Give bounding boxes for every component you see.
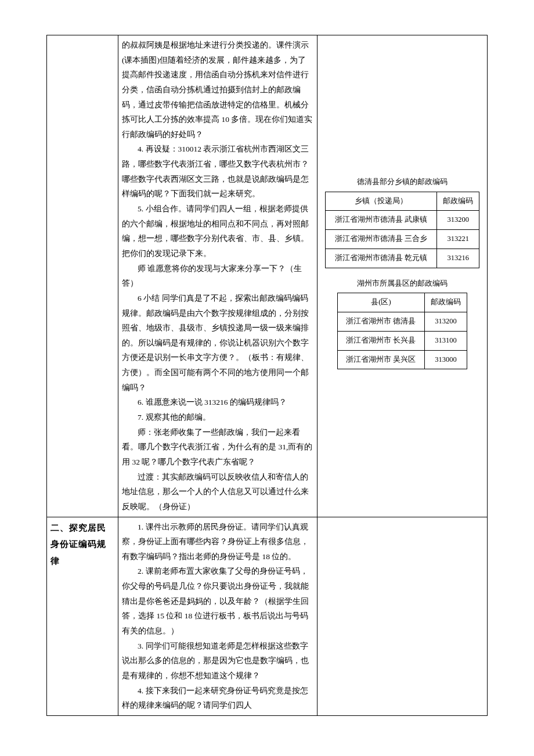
paragraph: 4. 接下来我们一起来研究身份证号码究竟是按怎样的规律来编码的呢？请同学们四人 xyxy=(122,683,313,713)
td: 313200 xyxy=(437,211,479,230)
inner-table-title-2: 湖州市所属县区的邮政编码 xyxy=(321,276,484,291)
table-row: 二、探究居民身份证编码规律 1. 课件出示教师的居民身份证。请同学们认真观察，身… xyxy=(47,517,488,715)
paragraph: 过渡：其实邮政编码可以反映收信人和寄信人的地址信息，那么一个人的个人信息又可以通… xyxy=(122,470,313,514)
td: 浙江省湖州市 德清县 xyxy=(338,312,425,332)
side-cell-2 xyxy=(317,517,488,715)
side-cell-1: 德清县部分乡镇的邮政编码 乡镇（投递局） 邮政编码 浙江省湖州市德清县 武康镇 … xyxy=(317,35,488,517)
th: 邮政编码 xyxy=(424,293,467,312)
td: 浙江省湖州市德清县 乾元镇 xyxy=(326,249,437,268)
paragraph: 的叔叔阿姨是根据地址来进行分类投递的。课件演示(课本插图)但随着经济的发展，邮件… xyxy=(122,38,313,142)
th: 邮政编码 xyxy=(437,192,479,211)
td: 浙江省湖州市 长兴县 xyxy=(338,331,425,350)
paragraph: 6 小结 同学们真是了不起，探索出邮政编码编码规律。邮政编码是由六个数字按规律组… xyxy=(122,291,313,395)
paragraph: 6. 谁愿意来说一说 313216 的编码规律吗？ xyxy=(122,395,313,410)
lesson-plan-table: 的叔叔阿姨是根据地址来进行分类投递的。课件演示(课本插图)但随着经济的发展，邮件… xyxy=(46,35,488,716)
postal-table-1: 乡镇（投递局） 邮政编码 浙江省湖州市德清县 武康镇 313200 浙江省湖州市… xyxy=(325,192,479,268)
paragraph: 2. 课前老师布置大家收集了父母的身份证号码，你父母的号码是几位？你只要说出身份… xyxy=(122,564,313,638)
content-cell-1: 的叔叔阿姨是根据地址来进行分类投递的。课件演示(课本插图)但随着经济的发展，邮件… xyxy=(118,35,317,517)
td: 313216 xyxy=(437,249,479,268)
td: 313200 xyxy=(424,312,467,332)
table-row: 的叔叔阿姨是根据地址来进行分类投递的。课件演示(课本插图)但随着经济的发展，邮件… xyxy=(47,35,488,517)
paragraph: 1. 课件出示教师的居民身份证。请同学们认真观察，身份证上面有哪些内容？身份证上… xyxy=(122,520,313,564)
inner-table-title-1: 德清县部分乡镇的邮政编码 xyxy=(321,175,484,189)
td: 313100 xyxy=(424,331,467,350)
section-title-cell-1 xyxy=(47,35,118,517)
section-title-cell-2: 二、探究居民身份证编码规律 xyxy=(47,517,118,715)
td: 浙江省湖州市德清县 武康镇 xyxy=(326,211,437,230)
td: 313221 xyxy=(437,230,479,249)
paragraph: 7. 观察其他的邮编。 xyxy=(122,410,313,425)
th: 乡镇（投递局） xyxy=(326,192,437,211)
th: 县(区) xyxy=(338,293,425,312)
td: 浙江省湖州市德清县 三合乡 xyxy=(326,230,437,249)
paragraph: 3. 同学们可能很想知道老师是怎样根据这些数字说出那么多的信息的，那是因为它也是… xyxy=(122,639,313,683)
paragraph: 5. 小组合作。请同学们四人一组，根据老师提供的六个邮编，根据地址的相同点和不同… xyxy=(122,201,313,261)
paragraph: 4. 再设疑：310012 表示浙江省杭州市西湖区文三路，哪些数字代表浙江省，哪… xyxy=(122,142,313,201)
paragraph: 师：张老师收集了一些邮政编，我们一起来看看。哪几个数字代表浙江省，为什么有的是 … xyxy=(122,425,313,470)
content-cell-2: 1. 课件出示教师的居民身份证。请同学们认真观察，身份证上面有哪些内容？身份证上… xyxy=(118,517,317,715)
paragraph: 师 谁愿意将你的发现与大家来分享一下？（生答） xyxy=(122,261,313,291)
postal-table-2: 县(区) 邮政编码 浙江省湖州市 德清县 313200 浙江省湖州市 长兴县 3… xyxy=(337,293,467,369)
td: 浙江省湖州市 吴兴区 xyxy=(338,350,425,369)
td: 313000 xyxy=(424,350,467,369)
